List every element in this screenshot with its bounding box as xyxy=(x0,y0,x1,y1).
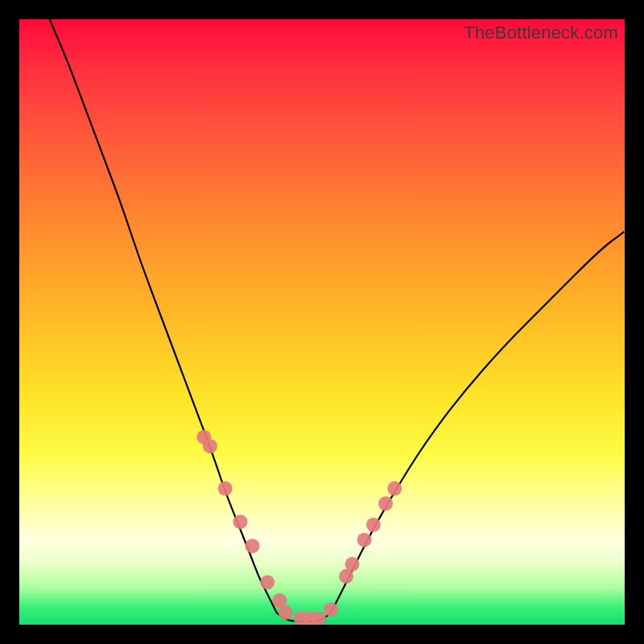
marker-dot xyxy=(272,593,287,608)
plot-area: TheBottleneck.com xyxy=(19,19,625,625)
marker-dot xyxy=(345,557,360,572)
marker-dot xyxy=(260,575,275,589)
chart-svg xyxy=(19,19,625,625)
marker-dot xyxy=(246,539,260,553)
data-markers xyxy=(196,430,402,625)
marker-dot xyxy=(233,514,248,529)
marker-dot xyxy=(203,439,217,453)
marker-dot xyxy=(366,518,381,532)
bottleneck-curve xyxy=(50,19,625,621)
marker-dot xyxy=(218,481,233,496)
marker-dot xyxy=(324,602,338,617)
chart-frame: TheBottleneck.com xyxy=(0,0,644,644)
marker-dot xyxy=(378,497,393,511)
marker-dot xyxy=(357,533,372,547)
curve-path xyxy=(50,19,625,621)
marker-dot xyxy=(387,481,402,496)
